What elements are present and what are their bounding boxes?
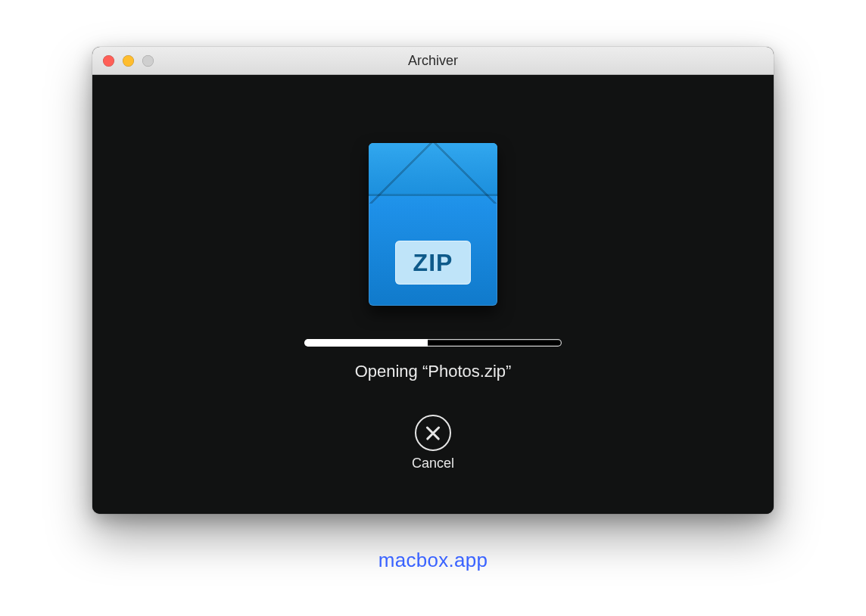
close-window-button[interactable] bbox=[103, 55, 114, 67]
progress-fill bbox=[304, 339, 428, 347]
zoom-window-button[interactable] bbox=[142, 55, 154, 67]
cancel-button[interactable]: Cancel bbox=[412, 415, 454, 471]
window-title: Archiver bbox=[92, 53, 774, 69]
close-icon bbox=[415, 415, 451, 451]
status-text: Opening “Photos.zip” bbox=[355, 362, 512, 381]
watermark-link[interactable]: macbox.app bbox=[378, 549, 488, 572]
titlebar[interactable]: Archiver bbox=[92, 47, 774, 75]
progress-bar bbox=[304, 339, 562, 347]
window-controls bbox=[92, 55, 154, 67]
zip-badge: ZIP bbox=[395, 241, 471, 285]
minimize-window-button[interactable] bbox=[123, 55, 134, 67]
cancel-label: Cancel bbox=[412, 456, 454, 471]
window-content: ZIP Opening “Photos.zip” Cancel bbox=[92, 75, 774, 514]
zip-archive-icon: ZIP bbox=[369, 143, 497, 306]
app-window: Archiver ZIP Opening “Photos.zip” Cancel bbox=[92, 47, 774, 514]
